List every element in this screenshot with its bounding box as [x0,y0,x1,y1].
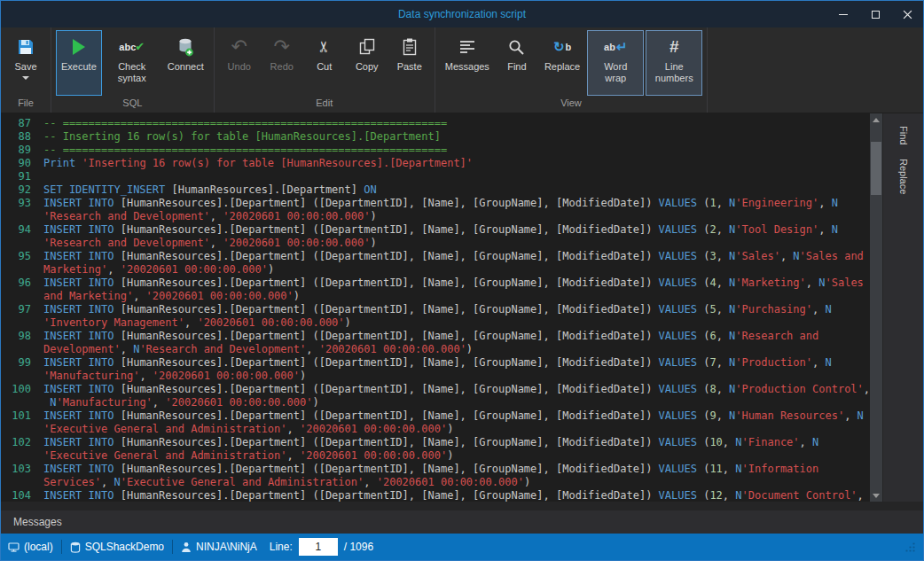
statusbar-divider [172,540,173,554]
find-button[interactable]: Find [497,30,537,96]
execute-label: Execute [61,61,97,73]
line-number: 103 [1,463,43,476]
window-title: Data synchronization script [1,8,923,20]
paste-button[interactable]: Paste [389,30,430,96]
line-number: 93 [1,197,43,210]
check-syntax-button[interactable]: abc ✔ Check syntax [104,30,161,96]
minimize-icon [839,14,848,15]
hash-glyph: # [670,37,679,57]
line-number [1,316,43,330]
maximize-button[interactable] [859,1,891,27]
line-number: 104 [1,489,43,502]
messages-panel-tab[interactable]: Messages [1,510,923,534]
scroll-down-button[interactable] [870,489,882,502]
line-number [1,396,43,409]
line-number [1,237,43,250]
save-button[interactable]: Save [5,30,46,96]
scrollbar-track[interactable] [870,126,882,489]
cut-scissors-icon: ✂ [316,41,333,53]
line-number: 96 [1,277,43,290]
execute-button[interactable]: Execute [56,30,102,96]
line-number: 88 [1,130,43,144]
word-wrap-toggle[interactable]: ab ↵ Word wrap [587,30,644,96]
save-dropdown-caret-icon[interactable] [22,76,29,80]
messages-lines-icon [458,35,476,58]
replace-label: Replace [544,61,580,73]
scroll-up-icon [873,118,880,122]
line-number [1,290,43,303]
database-status: SQLShackDemo [70,541,164,553]
line-number [1,370,43,383]
word-wrap-label: Word wrap [592,61,638,83]
server-name: (local) [24,541,53,553]
connect-label: Connect [168,61,204,73]
scroll-up-button[interactable] [870,113,882,126]
ribbon-group-label-edit: Edit [215,96,435,113]
line-number: 89 [1,144,43,157]
code-row: 91 [1,170,870,183]
code-row: 101INSERT INTO [HumanResources].[Departm… [1,409,870,423]
line-number [1,476,43,489]
paste-label: Paste [397,61,422,73]
title-bar[interactable]: Data synchronization script [1,1,923,27]
copy-icon [358,35,376,58]
cut-button[interactable]: ✂ Cut [304,30,345,96]
editor-scrollbar[interactable] [870,113,882,502]
line-number-input[interactable] [299,538,338,556]
messages-button[interactable]: Messages [440,30,495,96]
undo-icon: ↶ [231,37,247,57]
find-magnifier-icon [507,35,526,58]
redo-button[interactable]: ↷ Redo [262,30,302,96]
database-name: SQLShackDemo [85,541,164,553]
minimize-button[interactable] [827,1,859,27]
resize-grip[interactable] [904,542,916,553]
code-row: 90Print 'Inserting 16 row(s) for table [… [1,157,870,170]
code-row: 104INSERT INTO [HumanResources].[Departm… [1,489,870,502]
abc-glyph: abc [119,42,136,53]
server-status: (local) [8,541,53,553]
resize-grip-icon [904,542,916,553]
line-total: / 1096 [344,541,373,553]
line-number [1,423,43,436]
line-number: 92 [1,183,43,197]
status-bar: (local) SQLShackDemo NINJA\NiNjA Line: /… [1,534,923,560]
code-row: 89-- ===================================… [1,144,870,157]
code-row: 98INSERT INTO [HumanResources].[Departme… [1,330,870,343]
line-number: 98 [1,330,43,343]
line-numbers-hash-icon: # [670,35,679,58]
code-row: Services', N'Executive General and Admin… [1,476,870,489]
replace-arrow-glyph: ↻ [553,39,565,54]
line-numbers-toggle[interactable]: # Line numbers [646,30,702,96]
user-status: NINJA\NiNjA [181,541,257,553]
user-name: NINJA\NiNjA [196,541,257,553]
execute-play-icon [73,35,85,58]
close-button[interactable] [891,1,923,27]
sql-editor[interactable]: 87-- ===================================… [1,113,870,502]
code-row: 'Executive General and Administration', … [1,449,870,463]
redo-label: Redo [270,61,294,73]
scroll-down-icon [873,494,880,498]
line-number: 100 [1,383,43,396]
user-icon [181,542,192,553]
replace-button[interactable]: ↻ b Replace [539,30,585,96]
line-numbers-label: Line numbers [651,61,697,83]
code-row: 'Manufacturing', '20020601 00:00:00.000'… [1,370,870,383]
copy-button[interactable]: Copy [347,30,388,96]
save-label: Save [14,61,36,73]
panel-splitter[interactable] [1,502,923,510]
cut-label: Cut [317,61,332,73]
line-number [1,210,43,223]
ribbon-group-edit: ↶ Undo ↷ Redo ✂ Cut [215,27,435,113]
code-row: Development', N'Research and Development… [1,343,870,356]
undo-button[interactable]: ↶ Undo [219,30,260,96]
line-number: 87 [1,117,43,130]
word-wrap-icon: ab ↵ [604,35,627,58]
find-side-tab[interactable]: Find [897,122,911,148]
code-row: N'Manufacturing', '20020601 00:00:00.000… [1,396,870,409]
connect-button[interactable]: Connect [162,30,209,96]
replace-side-tab[interactable]: Replace [897,155,911,198]
scrollbar-thumb[interactable] [871,142,881,195]
ribbon-group-sql: Execute abc ✔ Check syntax [51,27,215,113]
line-number: 102 [1,436,43,449]
check-syntax-label: Check syntax [109,61,155,83]
